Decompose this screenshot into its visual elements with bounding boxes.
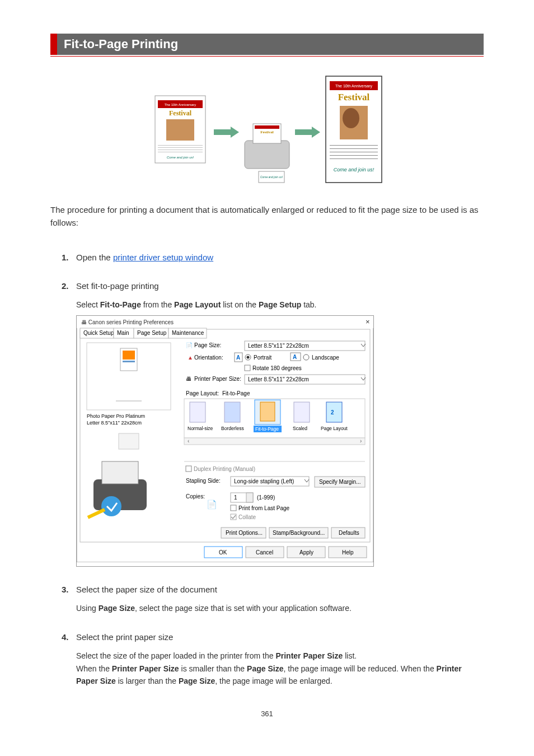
svg-text:🖶 Canon          series Print: 🖶 Canon series Printing Preferences: [81, 319, 174, 325]
svg-text:A: A: [236, 354, 240, 361]
svg-rect-72: [224, 402, 240, 422]
step-title: Select the paper size of the document: [76, 584, 217, 595]
svg-rect-3: [158, 145, 203, 146]
svg-text:Duplex Printing (Manual): Duplex Printing (Manual): [194, 466, 255, 472]
svg-text:Stapling Side:: Stapling Side:: [186, 478, 221, 484]
svg-text:Festival: Festival: [338, 92, 370, 102]
banner-small-tag: Come and join us!: [167, 156, 194, 159]
svg-text:Collate: Collate: [238, 514, 256, 520]
svg-rect-83: [184, 438, 365, 445]
step-1: 1. Open the printer driver setup window: [62, 251, 484, 263]
svg-rect-2: [166, 119, 194, 141]
svg-text:Letter 8.5"x11" 22x28cm: Letter 8.5"x11" 22x28cm: [248, 343, 309, 349]
svg-rect-61: [245, 365, 250, 371]
svg-text:Cancel: Cancel: [256, 549, 273, 556]
svg-rect-80: [326, 402, 342, 422]
step-4: 4. Select the print paper size Select th…: [62, 631, 484, 687]
svg-rect-6: [158, 152, 203, 152]
svg-rect-103: [231, 505, 236, 511]
step-title: Select the print paper size: [76, 631, 173, 643]
svg-text:Normal-size: Normal-size: [188, 426, 213, 431]
svg-text:Stamp/Background...: Stamp/Background...: [273, 530, 325, 536]
svg-rect-90: [186, 466, 191, 472]
svg-text:Festival: Festival: [260, 130, 273, 134]
svg-rect-41: [123, 361, 135, 362]
banner-small-festival: Festival: [169, 109, 192, 117]
svg-text:📄: 📄: [207, 500, 217, 510]
step-body: Select the size of the paper loaded in t…: [76, 650, 484, 687]
svg-text:Help: Help: [342, 549, 354, 556]
svg-point-55: [247, 356, 250, 359]
svg-text:Rotate 180 degrees: Rotate 180 degrees: [252, 365, 302, 371]
svg-text:Specify Margin...: Specify Margin...: [319, 479, 360, 485]
step-number: 1.: [62, 253, 76, 262]
svg-text:Defaults: Defaults: [339, 530, 359, 536]
svg-text:Landscape: Landscape: [312, 354, 339, 361]
svg-text:Page Layout:: Page Layout:: [186, 390, 219, 396]
svg-text:OK: OK: [219, 549, 227, 556]
svg-text:Page Layout: Page Layout: [321, 426, 348, 431]
svg-point-18: [343, 108, 359, 128]
svg-text:Come and join us!: Come and join us!: [334, 167, 374, 172]
svg-text:The 10th Anniversary: The 10th Anniversary: [335, 84, 373, 88]
svg-text:Print from Last Page: Print from Last Page: [238, 505, 290, 511]
step-body: Select Fit-to-Page from the Page Layout …: [76, 298, 484, 567]
svg-text:‹: ‹: [188, 438, 189, 444]
svg-text:×: ×: [366, 318, 370, 326]
banner-small-title: The 10th Anniversary: [165, 103, 196, 106]
svg-rect-4: [158, 147, 203, 148]
page-number: 361: [50, 710, 484, 718]
svg-text:📄: 📄: [186, 342, 193, 349]
svg-rect-70: [190, 402, 205, 422]
page-header: Fit-to-Page Printing: [50, 34, 484, 55]
svg-rect-21: [330, 152, 378, 152]
svg-text:Long-side stapling (Left): Long-side stapling (Left): [234, 478, 294, 484]
svg-text:Come and join us!: Come and join us!: [260, 175, 283, 179]
svg-rect-9: [255, 125, 279, 129]
svg-text:Main: Main: [117, 330, 129, 336]
svg-text:Copies:: Copies:: [186, 493, 205, 500]
page-title: Fit-to-Page Printing: [57, 37, 484, 52]
step-number: 2.: [62, 281, 76, 291]
dialog-screenshot: 🖶 Canon series Printing Preferences × Qu…: [76, 315, 374, 566]
svg-text:🖶: 🖶: [186, 376, 191, 382]
step-body: Using Page Size, select the page size th…: [76, 602, 484, 614]
svg-rect-40: [123, 351, 135, 360]
intro-illustration: The 10th Anniversary Festival Come and j…: [50, 73, 484, 187]
header-rule: [50, 56, 484, 57]
svg-text:Fit-to-Page: Fit-to-Page: [255, 426, 279, 432]
step-number: 4.: [62, 632, 76, 642]
svg-point-59: [303, 354, 309, 360]
svg-rect-7: [245, 141, 289, 169]
svg-rect-100: [246, 493, 253, 502]
svg-text:Letter 8.5"x11" 22x28cm: Letter 8.5"x11" 22x28cm: [87, 420, 142, 426]
printer-driver-link[interactable]: printer driver setup window: [113, 253, 213, 262]
svg-text:Photo Paper Pro Platinum: Photo Paper Pro Platinum: [87, 413, 145, 419]
svg-text:Scaled: Scaled: [293, 426, 307, 431]
svg-text:Borderless: Borderless: [221, 426, 244, 431]
svg-rect-78: [294, 402, 310, 422]
svg-rect-19: [330, 145, 378, 146]
svg-text:Apply: Apply: [299, 549, 313, 556]
svg-text:Orientation:: Orientation:: [194, 354, 223, 361]
step-title: Set fit-to-page printing: [76, 280, 159, 292]
svg-text:Print Options...: Print Options...: [226, 530, 263, 536]
svg-text:Fit-to-Page: Fit-to-Page: [222, 390, 250, 396]
svg-point-88: [101, 496, 121, 516]
svg-text:Page Size:: Page Size:: [194, 342, 221, 348]
intro-paragraph: The procedure for printing a document th…: [50, 204, 484, 229]
svg-text:Portrait: Portrait: [254, 354, 271, 361]
svg-text:▲: ▲: [188, 354, 193, 361]
svg-text:Printer Paper Size:: Printer Paper Size:: [194, 376, 241, 382]
svg-text:Page Setup: Page Setup: [137, 330, 167, 336]
svg-rect-22: [330, 155, 378, 156]
svg-rect-5: [158, 150, 203, 150]
svg-rect-87: [102, 461, 138, 484]
step-3: 3. Select the paper size of the document…: [62, 584, 484, 614]
svg-text:›: ›: [360, 438, 362, 444]
svg-text:A: A: [293, 354, 297, 360]
step-number: 3.: [62, 585, 76, 594]
svg-text:Maintenance: Maintenance: [172, 330, 204, 336]
svg-text:(1-999): (1-999): [257, 494, 275, 501]
step-title: Open the printer driver setup window: [76, 251, 213, 263]
